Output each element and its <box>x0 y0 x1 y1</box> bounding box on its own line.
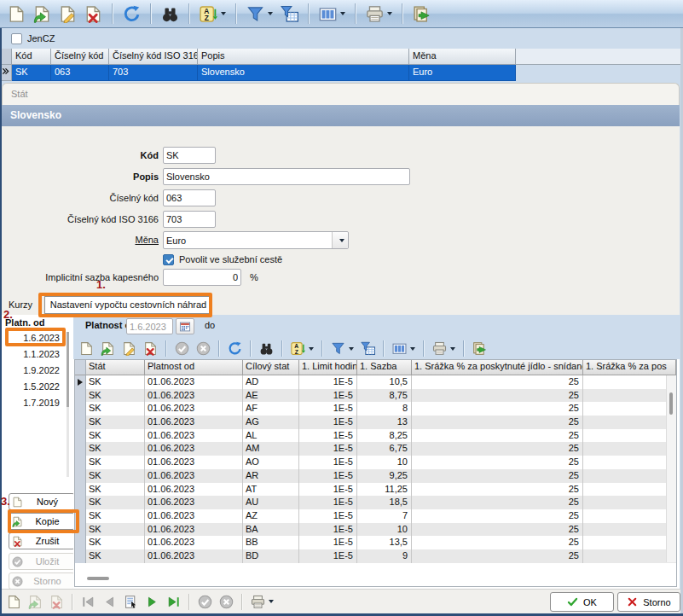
date-list-item[interactable]: 1.9.2022 <box>2 363 65 379</box>
delete-icon <box>84 5 102 23</box>
last-record-button[interactable] <box>164 593 183 611</box>
scrollbar-thumb[interactable] <box>669 392 673 415</box>
sort-az-button[interactable] <box>197 3 229 25</box>
grid-column-srazka-2[interactable]: 1. Srážka % za pos <box>583 360 676 375</box>
chevron-down-icon <box>410 347 415 351</box>
grid-column-platnost-od[interactable]: Platnost od <box>145 360 243 375</box>
grid-copy-button[interactable] <box>98 340 118 357</box>
date-list-scrollbar[interactable] <box>67 332 69 477</box>
column-header-ciselny-kod[interactable]: Číselný kód <box>51 49 109 65</box>
grid-export-button[interactable] <box>470 340 489 357</box>
print-button[interactable] <box>363 3 395 25</box>
grid-delete-button[interactable] <box>141 340 160 357</box>
delete-button[interactable] <box>82 3 105 25</box>
first-record-button[interactable] <box>78 593 98 611</box>
grid-column-stat[interactable]: Stát <box>86 360 145 375</box>
copy-button[interactable] <box>31 3 54 25</box>
grid-row[interactable]: SK 01.06.2023 AM 1E-5 6,75 25 <box>75 442 676 456</box>
new-button[interactable] <box>5 3 28 25</box>
grid-row[interactable]: SK 01.06.2023 BA 1E-5 10 25 <box>75 523 676 537</box>
cell-cilovy-stat: AF <box>243 402 299 416</box>
grid-horizontal-scrollbar[interactable] <box>87 577 109 580</box>
search-button[interactable] <box>159 3 182 25</box>
previous-record-button[interactable] <box>100 593 119 611</box>
cell-cilovy-stat: BA <box>243 523 299 537</box>
grid-vertical-scrollbar[interactable] <box>666 375 676 562</box>
scrollbar-thumb[interactable] <box>67 332 69 407</box>
grid-row[interactable]: SK 01.06.2023 AG 1E-5 13 25 <box>75 416 676 429</box>
grid-search-button[interactable] <box>257 340 276 357</box>
columns-button[interactable] <box>316 3 348 25</box>
cell-stat: SK <box>86 523 145 537</box>
row-filler <box>516 65 683 81</box>
grid-row[interactable]: SK 01.06.2023 AD 1E-5 10,5 25 <box>75 375 676 389</box>
grid-column-limit-hodin[interactable]: 1. Limit hodin <box>299 360 357 375</box>
row-gutter <box>75 416 86 429</box>
ok-button[interactable]: OK <box>550 592 614 612</box>
zrusit-button[interactable]: Zrušit <box>9 532 75 549</box>
grid-filter-grid-button[interactable] <box>358 340 378 357</box>
storno-button[interactable]: Storno <box>617 592 680 612</box>
calendar-button[interactable] <box>176 318 194 334</box>
kapesne-input[interactable] <box>163 269 241 286</box>
cell-sazba: 7 <box>357 509 412 523</box>
column-header-kod[interactable]: Kód <box>12 49 51 65</box>
date-list-item[interactable]: 1.5.2022 <box>2 379 65 395</box>
jencz-checkbox[interactable] <box>11 33 22 44</box>
grid-row[interactable]: SK 01.06.2023 AT 1E-5 11,25 25 <box>75 483 676 497</box>
grid-toolbar <box>73 338 680 359</box>
novy-button[interactable]: Nový <box>9 493 75 510</box>
grid-row[interactable]: SK 01.06.2023 AO 1E-5 10 25 <box>75 456 676 469</box>
filter-button[interactable] <box>244 3 275 25</box>
grid-column-cilovy-stat[interactable]: Cílový stat <box>243 360 299 375</box>
ulozit-button: Uložit <box>9 553 75 570</box>
mena-label[interactable]: Měna <box>2 231 159 248</box>
grid-row[interactable]: SK 01.06.2023 AR 1E-5 9,25 25 <box>75 469 676 483</box>
cell-mena: Euro <box>409 65 516 81</box>
cell-sazba: 10 <box>357 523 412 537</box>
ciselny-kod-input[interactable] <box>163 189 216 206</box>
grid-sort-az-button[interactable] <box>288 340 316 357</box>
selected-country-row[interactable]: SK 063 703 Slovensko Euro <box>0 65 683 81</box>
column-header-mena[interactable]: Měna <box>409 49 516 65</box>
column-header-popis[interactable]: Popis <box>198 49 409 65</box>
grid-row[interactable]: SK 01.06.2023 AU 1E-5 18,5 25 <box>75 496 676 509</box>
grid-row[interactable]: SK 01.06.2023 BD 1E-5 9 25 <box>75 549 676 563</box>
cell-limit-hodin: 1E-5 <box>299 523 357 537</box>
cell-cilovy-stat: AO <box>243 456 299 469</box>
grid-column-sazba[interactable]: 1. Sazba <box>357 360 412 375</box>
grid-print-button[interactable] <box>430 340 458 357</box>
grid-column-srazka-snidane[interactable]: 1. Srážka % za poskytnuté jídlo - snídan… <box>412 360 583 375</box>
grid-refresh-button[interactable] <box>225 340 245 357</box>
grid-filter-button[interactable] <box>328 340 356 357</box>
annotation-number-1: 1. <box>96 278 106 291</box>
record-detail-button[interactable] <box>121 593 141 611</box>
filter-grid-button[interactable] <box>278 3 301 25</box>
edit-button[interactable] <box>56 3 79 25</box>
next-record-button[interactable] <box>142 593 162 611</box>
mena-dropdown-button[interactable] <box>332 232 348 248</box>
grid-edit-button[interactable] <box>119 340 139 357</box>
grid-columns-button[interactable] <box>390 340 418 357</box>
grid-row[interactable]: SK 01.06.2023 AZ 1E-5 7 25 <box>75 509 676 523</box>
cell-sazba: 18,5 <box>357 496 412 509</box>
bottom-new-button[interactable] <box>4 593 24 611</box>
platnost-od-input[interactable] <box>126 318 173 334</box>
grid-new-button[interactable] <box>77 340 96 357</box>
grid-row[interactable]: SK 01.06.2023 BB 1E-5 13,5 25 <box>75 536 676 549</box>
bottom-print-button[interactable] <box>248 593 276 611</box>
date-list-item[interactable]: 1.1.2023 <box>2 346 65 363</box>
column-header-iso[interactable]: Číselný kód ISO 3166 <box>109 49 198 65</box>
grid-row[interactable]: SK 01.06.2023 AL 1E-5 8,25 25 <box>75 429 676 443</box>
kod-input[interactable] <box>163 147 216 164</box>
refresh-button[interactable] <box>120 3 143 25</box>
header-filler <box>516 49 683 65</box>
popis-input[interactable] <box>163 168 410 185</box>
export-button[interactable] <box>410 3 433 25</box>
grid-row[interactable]: SK 01.06.2023 AE 1E-5 8,75 25 <box>75 389 676 403</box>
date-list-item[interactable]: 1.7.2019 <box>2 395 65 411</box>
iso-kod-input[interactable] <box>163 211 216 228</box>
grid-row[interactable]: SK 01.06.2023 AF 1E-5 8 25 <box>75 402 676 416</box>
mena-select[interactable]: Euro <box>163 231 349 249</box>
povolit-checkbox[interactable] <box>163 254 174 265</box>
